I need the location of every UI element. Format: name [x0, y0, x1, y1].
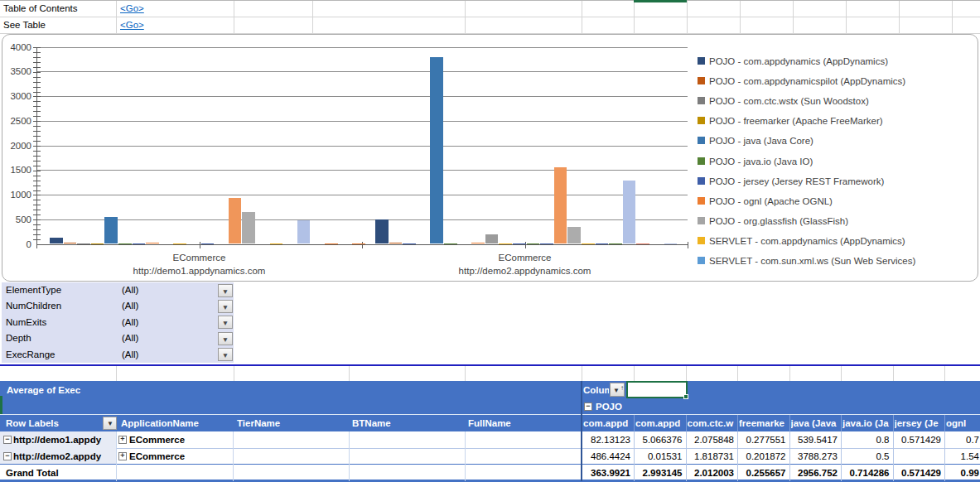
bar	[297, 220, 311, 244]
y-axis-label: 2000	[2, 140, 31, 152]
bar	[91, 243, 104, 244]
collapse-button-row[interactable]: −	[3, 452, 12, 460]
bar	[513, 243, 526, 244]
excel-sheet: Table of Contents<Go>See Table<Go>050010…	[0, 0, 980, 482]
pivot-row-label: http://demo1.appdy	[13, 433, 116, 446]
bar	[609, 243, 622, 244]
sort-up-icon: ↑	[620, 385, 625, 392]
pivot-value-header: com.appd	[583, 417, 633, 430]
pivot-row-label: http://demo2.appdy	[13, 450, 116, 463]
column-filter-button[interactable]: ▼↑	[610, 383, 625, 397]
go-link[interactable]: <Go>	[120, 0, 144, 17]
pivot-value-header: ognl	[946, 417, 980, 430]
chart-gridline	[36, 170, 688, 171]
legend-label: POJO - java.io (Java IO)	[709, 156, 974, 167]
filter-value[interactable]: (All)	[122, 347, 138, 363]
pivot-value-header: com.appd	[635, 417, 685, 430]
chart-gridline	[36, 146, 688, 147]
header-col-separator	[686, 415, 687, 431]
pivot-grid-vline	[893, 431, 894, 481]
selected-cell-top-edge	[634, 0, 687, 2]
legend-label: SERVLET - com.appdynamics (AppDynamics)	[709, 235, 974, 247]
expand-button-app[interactable]: +	[118, 452, 127, 460]
filter-name: ElementType	[6, 282, 61, 298]
bar	[104, 217, 118, 243]
legend-swatch	[698, 237, 705, 244]
legend-swatch	[698, 257, 705, 264]
bar	[229, 198, 242, 243]
filter-dropdown-button[interactable]: ▼	[218, 284, 233, 297]
pivot-attr-header: TierName	[237, 417, 280, 430]
grand-total-value: 2956.752	[791, 466, 838, 480]
chart-gridline	[36, 71, 688, 72]
pivot-value-cell: 0.201872	[739, 450, 786, 463]
bar	[173, 243, 186, 244]
chart-gridline	[36, 121, 688, 122]
filter-panel: ElementType(All)▼NumChildren(All)▼NumExi…	[2, 282, 234, 363]
chevron-down-icon: ▼	[613, 388, 620, 394]
expand-button-app[interactable]: +	[118, 436, 127, 444]
collapse-button-pojo[interactable]: −	[584, 402, 592, 411]
row-labels-filter-button[interactable]: ▼	[103, 417, 117, 430]
bar	[389, 243, 403, 243]
bar-chart: 05001000150020002500300035004000ECommerc…	[2, 34, 978, 282]
y-axis-label: 3000	[2, 90, 31, 102]
gridline	[116, 366, 117, 381]
bar	[270, 243, 283, 244]
legend-swatch	[698, 197, 705, 205]
pivot-attr-header: ApplicationName	[121, 417, 199, 430]
category-sublabel: http://demo2.appdynamics.com	[401, 266, 649, 276]
filter-value[interactable]: (All)	[122, 298, 138, 314]
bar	[485, 234, 499, 244]
chevron-down-icon: ▼	[219, 352, 232, 359]
grand-total-value: 0.99	[946, 466, 979, 480]
pivot-column-group: POJO	[596, 400, 622, 413]
pivot-grid-vline	[465, 431, 466, 481]
chart-gridline	[36, 47, 688, 48]
collapse-button-row[interactable]: −	[3, 436, 12, 444]
go-link[interactable]: <Go>	[120, 17, 144, 33]
pivot-value-cell: 0.7	[946, 433, 979, 446]
pivot-value-cell: 82.13123	[583, 433, 630, 446]
pivot-value-header: java (Java	[791, 417, 841, 430]
pivot-value-header: freemarke	[739, 417, 789, 430]
bar	[582, 243, 595, 244]
pivot-value-cell: 486.4424	[583, 450, 630, 463]
legend-swatch	[698, 97, 705, 104]
header-col-separator	[893, 415, 894, 431]
filter-dropdown-button[interactable]: ▼	[218, 332, 233, 345]
filter-value[interactable]: (All)	[122, 282, 138, 298]
bar	[527, 243, 540, 244]
chevron-down-icon: ▼	[219, 288, 232, 295]
pivot-grid-vline	[841, 431, 842, 481]
legend-label: POJO - freemarker (Apache FreeMarker)	[709, 115, 974, 127]
pivot-value-cell: 3788.273	[791, 450, 838, 463]
pivot-value-cell: 539.5417	[791, 433, 838, 446]
filter-dropdown-button[interactable]: ▼	[218, 348, 233, 361]
legend-label: POJO - java (Java Core)	[709, 135, 974, 147]
category-sublabel: http://demo1.appdynamics.com	[75, 266, 324, 276]
bar	[499, 243, 512, 244]
pivot-value-cell: 1.818731	[688, 450, 735, 463]
gridline	[737, 366, 738, 381]
filter-value[interactable]: (All)	[122, 315, 138, 330]
bar	[623, 181, 636, 243]
filter-dropdown-button[interactable]: ▼	[218, 300, 233, 313]
gridline	[465, 366, 466, 381]
bar	[554, 167, 567, 243]
selected-cell[interactable]	[626, 381, 688, 398]
grand-total-value: 2.012003	[688, 466, 735, 480]
pivot-value-cell: 0.571429	[895, 433, 942, 446]
gridline	[234, 366, 234, 381]
filter-value[interactable]: (All)	[122, 330, 138, 346]
legend-label: POJO - ognl (Apache OGNL)	[709, 195, 974, 207]
bar	[146, 243, 159, 243]
bar	[50, 238, 63, 243]
pivot-banner	[0, 381, 980, 415]
fill-handle[interactable]	[683, 394, 688, 399]
pivot-value-cell	[895, 450, 942, 463]
y-axis-line	[36, 47, 37, 244]
filter-dropdown-button[interactable]: ▼	[218, 316, 233, 329]
bar	[596, 243, 609, 244]
header-col-separator	[737, 415, 738, 431]
